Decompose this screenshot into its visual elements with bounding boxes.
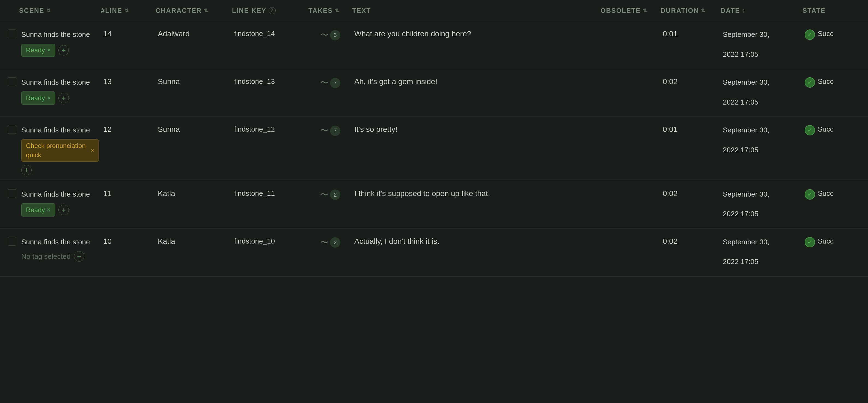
waveform-icon: 〜 [320,30,329,41]
row4-takes-cell: 〜 2 [308,181,352,228]
row1-takes-cell: 〜 3 [308,21,352,69]
row2-obsolete-cell [600,69,660,117]
row2-duration-cell: 0:02 [660,69,721,117]
linekey-help-icon[interactable]: ? [269,7,276,14]
row4-takes-badge: 〜 2 [320,189,340,200]
row3-tag-add[interactable]: + [21,165,32,175]
row5-tag-add[interactable]: + [74,251,84,261]
row3-tag-remove[interactable]: × [91,146,94,155]
row1-state-cell: ✓ Succ [803,21,863,69]
row1-character-cell: Adalward [156,21,232,69]
row3-takes-badge: 〜 7 [320,125,340,136]
row3-check-icon: ✓ [805,125,815,135]
character-sort-icon[interactable] [204,8,209,14]
row5-line-cell: 10 [101,229,156,276]
row1-tag-remove[interactable]: × [47,46,51,55]
row3-duration-cell: 0:01 [660,117,721,181]
row2-line-cell: 13 [101,69,156,117]
row1-tag-add[interactable]: + [58,45,69,55]
row2-takes-cell: 〜 7 [308,69,352,117]
row5-takes-cell: 〜 2 [308,229,352,276]
waveform-icon: 〜 [320,237,329,248]
row1-line-cell: 14 [101,21,156,69]
obsolete-sort-icon[interactable] [643,8,647,14]
row2-tag-remove[interactable]: × [47,94,51,102]
row5-checkbox-cell [5,229,19,276]
row5-character-cell: Katla [156,229,232,276]
header-takes[interactable]: TAKES [308,7,352,14]
row4-checkbox[interactable] [8,189,17,198]
row5-text-cell: Actually, I don't think it is. [352,229,600,276]
row5-takes-count: 2 [330,237,340,248]
row2-checkbox-cell [5,69,19,117]
scene-sort-icon[interactable] [46,8,51,14]
header-linekey: LINE KEY ? [232,7,308,14]
takes-sort-icon[interactable] [335,8,340,14]
row2-scene-cell: Sunna finds the stone Ready × + [19,69,101,117]
row4-duration-cell: 0:02 [660,181,721,228]
row3-checkbox[interactable] [8,125,17,134]
row5-checkbox[interactable] [8,237,17,246]
row4-state-cell: ✓ Succ [803,181,863,228]
row1-ready-tag: Ready × [21,44,55,57]
row5-scene-cell: Sunna finds the stone No tag selected + [19,229,101,276]
table-row: Sunna finds the stone Ready × + 13 Sunna… [0,69,868,117]
row2-tags: Ready × + [21,91,99,104]
row2-check-icon: ✓ [805,77,815,88]
row1-tags: Ready × + [21,44,99,57]
row4-scene-cell: Sunna finds the stone Ready × + [19,181,101,228]
row2-tag-add[interactable]: + [58,93,69,103]
header-line[interactable]: #LINE [101,7,156,14]
row3-line-cell: 12 [101,117,156,181]
row3-tags: Check pronunciation quick × + [21,139,99,175]
row4-character-cell: Katla [156,181,232,228]
row1-linekey-cell: findstone_14 [232,21,308,69]
row4-ready-tag: Ready × [21,204,55,217]
row2-ready-tag: Ready × [21,91,55,104]
row1-takes-badge: 〜 3 [320,30,340,41]
table-row: Sunna finds the stone No tag selected + … [0,229,868,277]
header-duration[interactable]: DURATION [660,7,721,14]
row4-date-cell: September 30, 2022 17:05 [721,181,803,228]
row2-checkbox[interactable] [8,77,17,86]
header-date[interactable]: DATE ↑ [721,7,803,14]
row4-text-cell: I think it's supposed to open up like th… [352,181,600,228]
row1-checkbox[interactable] [8,30,17,38]
row3-linekey-cell: findstone_12 [232,117,308,181]
row2-state-cell: ✓ Succ [803,69,863,117]
row4-check-icon: ✓ [805,189,815,199]
data-table: SCENE #LINE CHARACTER LINE KEY ? TAKES T… [0,0,868,277]
row2-takes-count: 7 [330,78,340,88]
table-row: Sunna finds the stone Check pronunciatio… [0,117,868,181]
row4-line-cell: 11 [101,181,156,228]
header-character[interactable]: CHARACTER [156,7,232,14]
header-text: TEXT [352,7,600,14]
waveform-icon: 〜 [320,189,329,200]
row5-takes-badge: 〜 2 [320,237,340,248]
header-obsolete[interactable]: OBSOLETE [600,7,660,14]
header-state: STATE [803,7,863,14]
row5-check-icon: ✓ [805,237,815,247]
row4-obsolete-cell [600,181,660,228]
waveform-icon: 〜 [320,125,329,136]
row4-tag-add[interactable]: + [58,205,69,215]
row1-duration-cell: 0:01 [660,21,721,69]
row3-scene-cell: Sunna finds the stone Check pronunciatio… [19,117,101,181]
row4-tag-remove[interactable]: × [47,206,51,214]
row1-checkbox-cell [5,21,19,69]
row4-linekey-cell: findstone_11 [232,181,308,228]
table-row: Sunna finds the stone Ready × + 11 Katla… [0,181,868,229]
row3-text-cell: It's so pretty! [352,117,600,181]
header-scene[interactable]: SCENE [19,7,101,14]
row3-state-cell: ✓ Succ [803,117,863,181]
table-header: SCENE #LINE CHARACTER LINE KEY ? TAKES T… [0,0,868,21]
line-sort-icon[interactable] [124,8,129,14]
row3-character-cell: Sunna [156,117,232,181]
row5-no-tag: No tag selected + [21,251,99,261]
row5-duration-cell: 0:02 [660,229,721,276]
row3-obsolete-cell [600,117,660,181]
duration-sort-icon[interactable] [701,8,706,14]
table-row: Sunna finds the stone Ready × + 14 Adalw… [0,21,868,69]
row5-obsolete-cell [600,229,660,276]
row5-date-cell: September 30, 2022 17:05 [721,229,803,276]
